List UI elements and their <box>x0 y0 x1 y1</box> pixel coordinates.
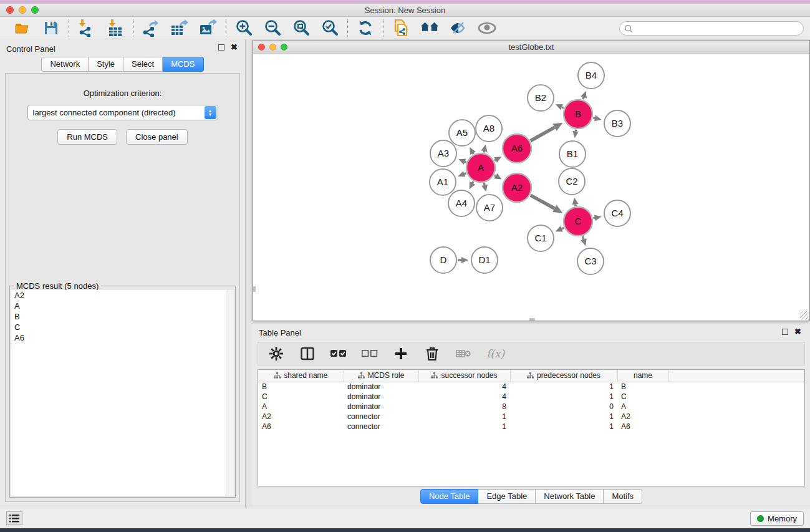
graph-node[interactable]: B4 <box>578 62 604 89</box>
memory-button[interactable]: Memory <box>750 511 804 526</box>
graph-edge[interactable] <box>481 183 488 191</box>
table-cell[interactable]: 8 <box>418 402 510 412</box>
table-cell[interactable]: A <box>617 402 668 412</box>
graph-node[interactable]: B1 <box>559 141 586 167</box>
graph-node[interactable]: B <box>564 100 592 128</box>
table-cell[interactable]: 1 <box>418 422 510 432</box>
mcds-result-item[interactable]: B <box>11 311 234 322</box>
graph-node[interactable]: A4 <box>448 190 475 216</box>
close-table-panel-icon[interactable]: ✖ <box>794 329 801 335</box>
network-graph[interactable]: B4B2BB3A5A8A6A3B1AA1C2A2A4A7C4CC1DD1C3 <box>253 54 809 321</box>
select-all-checkboxes-icon[interactable] <box>330 346 347 362</box>
search-field[interactable] <box>619 21 804 36</box>
graph-node[interactable]: A6 <box>503 134 531 163</box>
graph-edge[interactable] <box>458 171 466 177</box>
close-panel-button[interactable]: Close panel <box>126 129 188 145</box>
column-header-mcds-role[interactable]: MCDS role <box>344 370 418 382</box>
table-cell[interactable]: connector <box>344 412 418 422</box>
graph-edge[interactable] <box>458 257 468 263</box>
tab-network-table[interactable]: Network Table <box>536 489 604 504</box>
mcds-result-item[interactable]: A2 <box>11 290 234 301</box>
graph-edge[interactable] <box>581 91 586 100</box>
table-cell[interactable]: A <box>258 402 344 412</box>
table-cell[interactable]: 1 <box>418 412 510 422</box>
graph-edge[interactable] <box>556 226 564 231</box>
graph-edge[interactable] <box>572 198 579 206</box>
graph-edge[interactable] <box>481 144 488 152</box>
column-header-name[interactable]: name <box>617 370 668 382</box>
table-cell[interactable]: 4 <box>418 382 510 392</box>
float-panel-icon[interactable] <box>218 44 224 51</box>
close-panel-icon[interactable]: ✖ <box>231 44 238 51</box>
table-cell[interactable]: A6 <box>617 422 668 432</box>
table-row[interactable]: A2connector11A2 <box>258 412 804 422</box>
graph-edge[interactable] <box>581 236 587 246</box>
table-cell[interactable]: B <box>258 382 344 392</box>
settings-gear-icon[interactable] <box>268 346 284 362</box>
graph-node[interactable]: D1 <box>471 247 498 273</box>
column-header-successor-nodes[interactable]: successor nodes <box>418 370 510 382</box>
network-canvas[interactable]: B4B2BB3A5A8A6A3B1AA1C2A2A4A7C4CC1DD1C3 <box>253 54 809 321</box>
graph-node[interactable]: A8 <box>476 115 502 142</box>
graph-edge[interactable] <box>572 130 579 138</box>
table-cell[interactable]: 1 <box>510 422 617 432</box>
table-row[interactable]: A6connector11A6 <box>258 422 804 432</box>
graph-node[interactable]: A5 <box>449 120 475 146</box>
save-session-icon[interactable] <box>42 19 60 37</box>
mcds-result-scrollbar[interactable] <box>226 290 234 496</box>
open-session-icon[interactable] <box>13 19 32 37</box>
graph-node[interactable]: C4 <box>604 200 630 226</box>
window-resize-grip[interactable] <box>800 311 809 320</box>
graph-edge[interactable] <box>556 104 564 110</box>
canvas-bottom-handle[interactable] <box>529 318 535 321</box>
mcds-result-item[interactable]: A <box>11 301 234 311</box>
import-network-icon[interactable] <box>77 19 96 37</box>
tab-select[interactable]: Select <box>123 57 163 72</box>
deselect-checkboxes-icon[interactable] <box>362 346 378 362</box>
table-cell[interactable]: A2 <box>617 412 668 422</box>
float-table-panel-icon[interactable] <box>782 329 788 335</box>
show-view-icon[interactable] <box>478 19 496 37</box>
graph-node[interactable]: D <box>430 247 456 273</box>
graph-edge[interactable] <box>469 181 475 189</box>
graph-edge[interactable] <box>494 157 501 163</box>
tab-edge-table[interactable]: Edge Table <box>478 489 536 504</box>
graph-edge[interactable] <box>470 147 476 155</box>
copy-network-icon[interactable] <box>392 19 410 37</box>
graph-node[interactable]: B3 <box>604 110 630 137</box>
table-cell[interactable]: 1 <box>510 412 617 422</box>
delete-column-icon[interactable] <box>424 346 440 362</box>
graph-node[interactable]: A1 <box>430 169 456 195</box>
canvas-left-handle[interactable] <box>253 286 256 292</box>
tab-node-table[interactable]: Node Table <box>420 489 479 504</box>
export-image-icon[interactable] <box>199 19 218 37</box>
table-row[interactable]: Bdominator41B <box>258 382 804 392</box>
tab-mcds[interactable]: MCDS <box>163 57 203 72</box>
graph-node[interactable]: A7 <box>476 195 503 221</box>
table-cell[interactable]: C <box>617 392 668 402</box>
column-header-shared-name[interactable]: shared name <box>258 370 344 382</box>
graph-edge[interactable] <box>531 123 563 141</box>
zoom-fit-icon[interactable] <box>292 19 311 37</box>
graph-node[interactable]: C <box>564 207 592 236</box>
graph-node[interactable]: C2 <box>559 168 585 195</box>
table-cell[interactable]: dominator <box>344 392 418 402</box>
tab-style[interactable]: Style <box>89 57 123 72</box>
home-view-icon[interactable] <box>420 19 439 37</box>
graph-node[interactable]: A <box>466 153 495 182</box>
table-cell[interactable]: A6 <box>258 422 344 432</box>
mcds-result-item[interactable]: C <box>11 322 234 332</box>
graph-edge[interactable] <box>531 195 563 213</box>
refresh-layout-icon[interactable] <box>356 19 375 37</box>
table-cell[interactable]: C <box>258 392 344 402</box>
table-cell[interactable]: 0 <box>510 402 617 412</box>
graph-edge[interactable] <box>593 215 601 221</box>
table-cell[interactable]: B <box>617 382 668 392</box>
mcds-result-list[interactable]: A2ABCA6 <box>11 290 234 496</box>
run-mcds-button[interactable]: Run MCDS <box>57 129 117 145</box>
table-cell[interactable]: 4 <box>418 392 510 402</box>
function-builder-icon[interactable]: f(x) <box>486 347 504 360</box>
search-input[interactable] <box>635 24 791 33</box>
hide-annotations-icon[interactable] <box>449 19 468 37</box>
table-cell[interactable]: A2 <box>258 412 344 422</box>
